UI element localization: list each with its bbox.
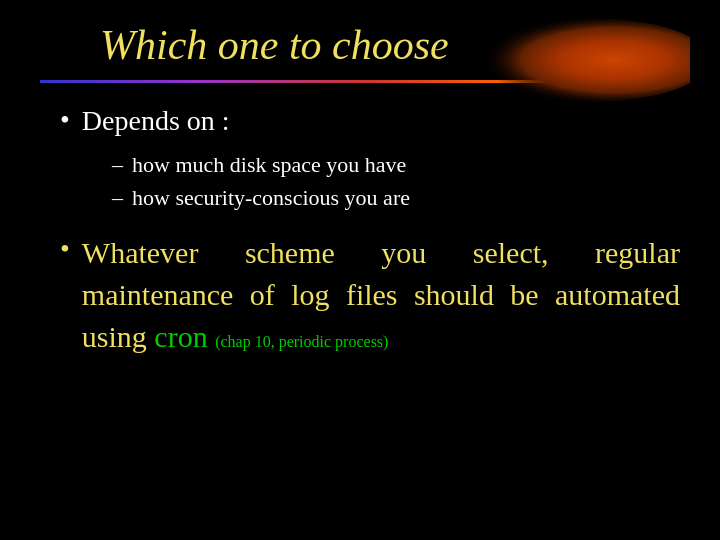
slide: Which one to choose • Depends on : how m… — [0, 0, 720, 540]
sub-bullet-1-2: how security-conscious you are — [112, 181, 680, 214]
slide-title: Which one to choose — [40, 20, 680, 70]
bullet-item-2: • Whatever scheme you select, regular ma… — [60, 232, 680, 358]
bullet-dot-2: • — [60, 232, 70, 266]
bullet-section-1: • Depends on : how much disk space you h… — [60, 103, 680, 213]
bullet-1-text: Depends on : — [82, 103, 230, 139]
cron-note: (chap 10, periodic process) — [215, 333, 388, 350]
content-area: • Depends on : how much disk space you h… — [40, 103, 680, 357]
bullet-2-text: Whatever scheme you select, regular main… — [82, 232, 680, 358]
sub-bullet-1-1: how much disk space you have — [112, 148, 680, 181]
bullet-item-1: • Depends on : — [60, 103, 680, 139]
header-area: Which one to choose — [40, 20, 680, 70]
sub-bullets-1: how much disk space you have how securit… — [60, 148, 680, 214]
bullet-section-2: • Whatever scheme you select, regular ma… — [60, 232, 680, 358]
bullet-dot-1: • — [60, 103, 70, 137]
cron-highlight: cron — [154, 320, 207, 353]
